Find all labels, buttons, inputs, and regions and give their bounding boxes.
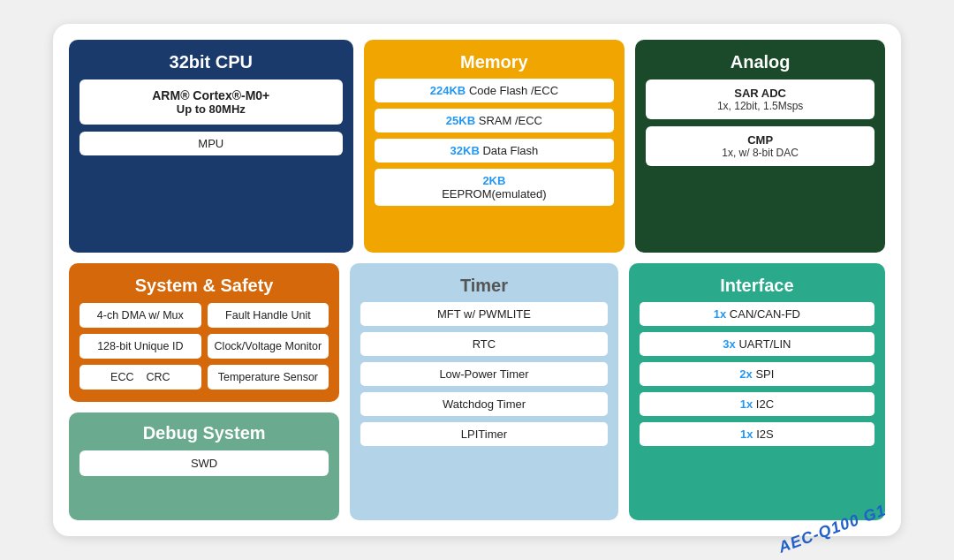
system-title: System & Safety	[135, 276, 274, 296]
sys-item-5: ECC CRC	[80, 365, 201, 390]
cpu-title: 32bit CPU	[170, 52, 253, 72]
iface-highlight-1: 1x	[714, 307, 726, 321]
debug-title: Debug System	[143, 423, 266, 443]
mem-highlight-1: 224KB	[430, 84, 466, 97]
iface-highlight-3: 2x	[739, 367, 752, 381]
timer-title: Timer	[460, 276, 508, 296]
main-card: 32bit CPU ARM® Cortex®-M0+ Up to 80MHz M…	[53, 24, 901, 536]
mem-item-2: 25KB SRAM /ECC	[375, 109, 615, 132]
iface-text-2: UART/LIN	[738, 337, 791, 351]
iface-item-1: 1x CAN/CAN-FD	[640, 302, 874, 326]
analog-item-2: CMP 1x, w/ 8-bit DAC	[646, 126, 874, 166]
analog-head-2: CMP	[656, 133, 864, 147]
timer-item-5: LPITimer	[360, 422, 608, 446]
mem-highlight-2: 25KB	[446, 114, 475, 127]
iface-item-2: 3x UART/LIN	[640, 332, 874, 356]
block-analog: Analog SAR ADC 1x, 12bit, 1.5Msps CMP 1x…	[635, 40, 885, 253]
sys-item-4: Clock/Voltage Monitor	[208, 334, 329, 359]
mem-item-3: 32KB Data Flash	[375, 139, 615, 163]
cpu-inner: ARM® Cortex®-M0+ Up to 80MHz	[80, 79, 343, 125]
mem-text-2: SRAM /ECC	[479, 114, 542, 127]
iface-item-3: 2x SPI	[640, 362, 874, 386]
block-interface: Interface 1x CAN/CAN-FD 3x UART/LIN 2x S…	[629, 263, 885, 521]
iface-highlight-5: 1x	[740, 428, 753, 441]
analog-item-1: SAR ADC 1x, 12bit, 1.5Msps	[646, 79, 874, 119]
timer-item-4: Watchdog Timer	[360, 392, 608, 416]
analog-head-1: SAR ADC	[656, 87, 864, 100]
iface-text-3: SPI	[755, 367, 774, 381]
bottom-row: System & Safety 4-ch DMA w/ Mux Fault Ha…	[69, 263, 885, 521]
block-system: System & Safety 4-ch DMA w/ Mux Fault Ha…	[69, 263, 339, 402]
analog-title: Analog	[731, 52, 791, 72]
memory-title: Memory	[460, 52, 528, 72]
iface-text-1: CAN/CAN-FD	[730, 307, 800, 321]
block-cpu: 32bit CPU ARM® Cortex®-M0+ Up to 80MHz M…	[69, 40, 353, 253]
mem-highlight-3: 32KB	[450, 144, 480, 157]
iface-text-4: I2C	[756, 397, 774, 411]
analog-sub-2: 1x, w/ 8-bit DAC	[656, 147, 864, 159]
mem-text-4: EEPROM(emulated)	[442, 187, 546, 201]
cpu-speed: Up to 80MHz	[95, 102, 327, 116]
mem-text-3: Data Flash	[482, 144, 538, 157]
mem-highlight-4: 2KB	[482, 174, 505, 187]
block-memory: Memory 224KB Code Flash /ECC 25KB SRAM /…	[364, 40, 625, 253]
bottom-left: System & Safety 4-ch DMA w/ Mux Fault Ha…	[69, 263, 339, 521]
sys-item-6: Temperature Sensor	[208, 365, 329, 390]
top-row: 32bit CPU ARM® Cortex®-M0+ Up to 80MHz M…	[69, 40, 885, 253]
iface-item-5: 1x I2S	[640, 422, 874, 446]
mem-text-1: Code Flash /ECC	[469, 84, 558, 97]
iface-highlight-4: 1x	[740, 397, 753, 411]
cpu-mpu: MPU	[80, 132, 343, 155]
mem-item-1: 224KB Code Flash /ECC	[375, 79, 615, 102]
mem-item-4: 2KB EEPROM(emulated)	[375, 169, 615, 206]
interface-title: Interface	[720, 276, 793, 296]
iface-highlight-2: 3x	[723, 337, 735, 351]
timer-item-2: RTC	[360, 332, 608, 356]
system-grid: 4-ch DMA w/ Mux Fault Handle Unit 128-bi…	[80, 303, 329, 390]
cpu-model: ARM® Cortex®-M0+	[95, 88, 327, 102]
sys-item-2: Fault Handle Unit	[208, 303, 329, 328]
debug-swd: SWD	[80, 450, 329, 476]
iface-text-5: I2S	[756, 428, 774, 441]
analog-sub-1: 1x, 12bit, 1.5Msps	[656, 100, 864, 112]
sys-item-3: 128-bit Unique ID	[80, 334, 201, 359]
sys-item-1: 4-ch DMA w/ Mux	[80, 303, 201, 328]
block-timer: Timer MFT w/ PWMLITE RTC Low-Power Timer…	[350, 263, 618, 521]
timer-item-3: Low-Power Timer	[360, 362, 608, 386]
iface-item-4: 1x I2C	[640, 392, 874, 416]
block-debug: Debug System SWD	[69, 412, 339, 521]
timer-item-1: MFT w/ PWMLITE	[360, 302, 608, 326]
